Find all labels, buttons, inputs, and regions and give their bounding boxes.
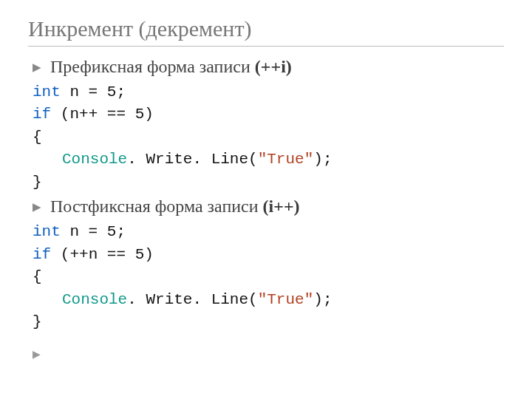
title-underline xyxy=(28,46,504,47)
code-line: { xyxy=(33,266,504,288)
code-line: { xyxy=(33,126,504,149)
code-block-1: int n = 5; if (n++ == 5) { Console. Writ… xyxy=(33,81,504,194)
play-icon: ▶ xyxy=(33,61,41,74)
code-line: } xyxy=(33,171,504,194)
code-line: } xyxy=(33,311,504,333)
play-icon: ▶ xyxy=(33,200,41,214)
bullet-text: Постфиксная форма записи (i++) xyxy=(50,197,300,216)
code-line: Console. Write. Line("True"); xyxy=(33,149,504,171)
code-line: if (n++ == 5) xyxy=(33,103,504,126)
code-line: Console. Write. Line("True"); xyxy=(33,289,504,311)
code-block-2: int n = 5; if (++n == 5) { Console. Writ… xyxy=(33,221,504,333)
code-line: int n = 5; xyxy=(33,221,504,243)
slide: Инкремент (декремент) ▶ Префиксная форма… xyxy=(0,0,532,375)
bullet-text: Префиксная форма записи (++i) xyxy=(50,57,292,77)
bullet-prefix-form: ▶ Префиксная форма записи (++i) xyxy=(33,57,504,77)
code-line: if (++n == 5) xyxy=(33,244,504,266)
bullet-postfix-form: ▶ Постфиксная форма записи (i++) xyxy=(33,197,504,216)
slide-title: Инкремент (декремент) xyxy=(28,16,504,41)
code-line: int n = 5; xyxy=(33,81,504,103)
play-icon: ▶ xyxy=(33,348,504,361)
